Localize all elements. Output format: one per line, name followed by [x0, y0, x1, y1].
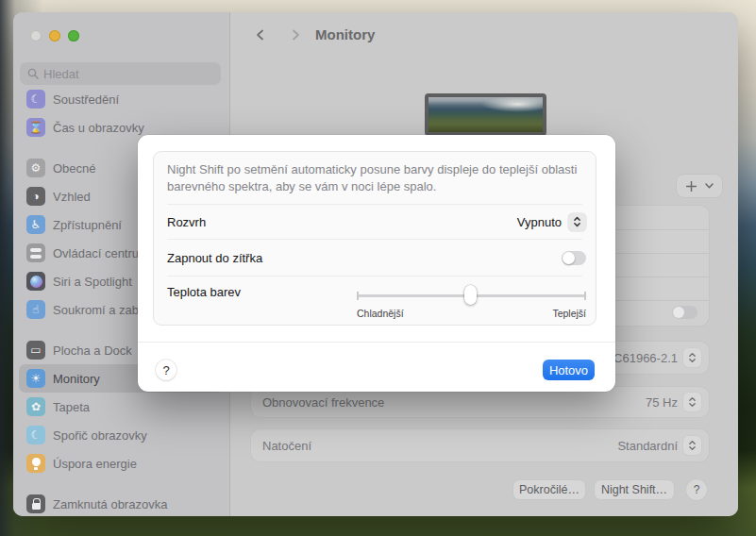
- color-profile-popup[interactable]: [683, 348, 701, 367]
- general-icon: ⚙: [26, 159, 45, 177]
- sidebar-item-label: Zamknutá obrazovka: [53, 497, 167, 511]
- sidebar-item-energy-saver[interactable]: Úspora energie: [19, 449, 224, 477]
- add-display-button[interactable]: [677, 175, 722, 197]
- sidebar-item-label: Plocha a Dock: [53, 343, 132, 358]
- rotation-popup[interactable]: [683, 436, 701, 455]
- forward-button[interactable]: [289, 28, 302, 42]
- lock-screen-icon: [26, 494, 45, 513]
- sidebar-item-label: Obecné: [53, 161, 96, 176]
- background-toggle[interactable]: [672, 306, 697, 319]
- turn-on-until-tomorrow-label: Zapnout do zítřka: [167, 251, 562, 265]
- rotation-row: Natočení Standardní: [251, 429, 709, 461]
- sidebar-group-lock: Zamknutá obrazovka: [19, 490, 224, 516]
- sidebar-item-focus[interactable]: ☾ Soustředění: [19, 85, 224, 113]
- sidebar-item-label: Soustředění: [53, 92, 119, 107]
- sidebar-item-label: Zpřístupnění: [53, 218, 122, 232]
- turn-on-until-tomorrow-toggle[interactable]: [562, 251, 586, 265]
- search-icon: [27, 68, 39, 79]
- search-placeholder: Hledat: [43, 67, 79, 81]
- appearance-icon: ◑: [26, 187, 45, 206]
- done-button[interactable]: Hotovo: [543, 360, 595, 380]
- color-temperature-label: Teplota barev: [167, 285, 357, 299]
- sidebar-item-label: Vzhled: [53, 190, 91, 204]
- close-button[interactable]: [30, 30, 42, 42]
- minimize-button[interactable]: [49, 30, 60, 42]
- night-shift-settings-card: Night Shift po setmění automaticky posun…: [153, 151, 596, 326]
- schedule-label: Rozvrh: [167, 215, 517, 229]
- sidebar-item-label: Siri a Spotlight: [53, 275, 132, 289]
- screen-saver-icon: ☾: [26, 426, 45, 444]
- color-temperature-control: Chladnější Teplejší: [357, 285, 586, 319]
- desktop-wallpaper: Hledat ☾ Soustředění ⌛ Čas u obrazovky ⚙…: [0, 0, 756, 536]
- cooler-label: Chladnější: [357, 308, 404, 319]
- accessibility-icon: ♿: [26, 215, 45, 234]
- sidebar-item-label: Monitory: [53, 372, 100, 386]
- schedule-value: Vypnuto: [517, 215, 562, 229]
- privacy-security-icon: ☝: [26, 300, 45, 319]
- sidebar-group-top: ☾ Soustředění ⌛ Čas u obrazovky: [19, 85, 224, 142]
- schedule-row: Rozvrh Vypnuto: [154, 205, 596, 239]
- desktop-dock-icon: ▭: [26, 341, 45, 360]
- rotation-value: Standardní: [617, 439, 678, 453]
- sidebar-item-screen-saver[interactable]: ☾ Spořič obrazovky: [19, 421, 224, 449]
- siri-spotlight-icon: [26, 272, 45, 291]
- sidebar-item-label: Čas u obrazovky: [53, 121, 144, 135]
- warmer-label: Teplejší: [552, 308, 586, 319]
- focus-icon: ☾: [26, 90, 45, 109]
- zoom-button[interactable]: [68, 30, 79, 42]
- refresh-rate-label: Obnovovací frekvence: [262, 395, 646, 410]
- advanced-button[interactable]: Pokročilé…: [513, 480, 585, 499]
- wallpaper-icon: ✿: [26, 397, 45, 416]
- night-shift-description: Night Shift po setmění automaticky posun…: [154, 152, 596, 204]
- screen-time-icon: ⌛: [26, 118, 45, 137]
- divider: [138, 342, 615, 343]
- plus-icon: [686, 181, 697, 192]
- chevron-down-icon: [705, 183, 714, 189]
- sidebar-item-label: Ovládací centrum: [53, 246, 149, 260]
- rotation-label: Natočení: [262, 439, 617, 453]
- sidebar-item-label: Tapeta: [53, 400, 90, 414]
- sidebar-item-label: Úspora energie: [53, 457, 137, 471]
- refresh-rate-popup[interactable]: [683, 393, 701, 411]
- temperature-slider[interactable]: [357, 285, 586, 306]
- sidebar-item-lock-screen[interactable]: Zamknutá obrazovka: [19, 490, 224, 516]
- schedule-popup[interactable]: [568, 213, 586, 231]
- temperature-scale: Chladnější Teplejší: [357, 308, 586, 319]
- energy-saver-icon: [26, 454, 45, 473]
- refresh-rate-value: 75 Hz: [646, 395, 678, 410]
- back-button[interactable]: [254, 28, 267, 42]
- sidebar-item-wallpaper[interactable]: ✿ Tapeta: [19, 393, 224, 421]
- display-thumbnail[interactable]: [425, 93, 546, 136]
- displays-icon: ☀: [26, 369, 45, 388]
- night-shift-button[interactable]: Night Shift…: [595, 480, 674, 499]
- control-center-icon: [26, 243, 45, 262]
- page-title: Monitory: [315, 26, 375, 42]
- night-shift-dialog: Night Shift po setmění automaticky posun…: [138, 135, 615, 392]
- sidebar-item-label: Spořič obrazovky: [53, 428, 147, 443]
- temperature-slider-handle[interactable]: [464, 285, 477, 305]
- color-temperature-row: Teplota barev Chladnější Teplejší: [154, 276, 596, 325]
- dialog-help-button[interactable]: ?: [156, 360, 176, 380]
- turn-on-until-tomorrow-row: Zapnout do zítřka: [154, 240, 596, 276]
- search-field[interactable]: Hledat: [20, 62, 221, 85]
- help-button[interactable]: ?: [686, 479, 707, 500]
